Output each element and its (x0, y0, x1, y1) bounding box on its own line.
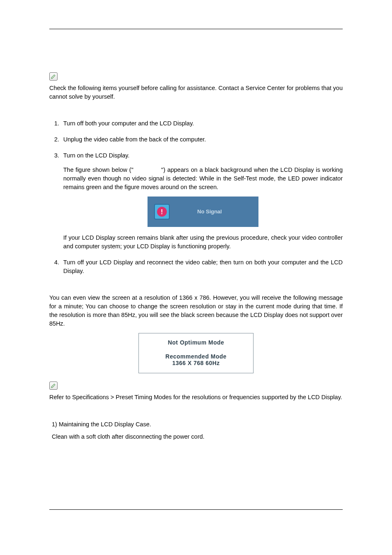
note-row-2: Note (49, 382, 343, 390)
note-row: Note (49, 72, 343, 81)
figure-no-signal: ! No Signal (148, 197, 258, 227)
page-header-right: Troubleshooting (49, 42, 343, 48)
step-2: Unplug the video cable from the back of … (61, 135, 343, 144)
alert-icon: ! (157, 207, 167, 217)
subhead-not-optimum: Not Optimum Mode (49, 283, 343, 289)
note-icon (49, 382, 58, 390)
step-1-text: Turn off both your computer and the LCD … (63, 120, 194, 127)
no-signal-icon-wrap: ! (154, 204, 170, 220)
divider-bottom (49, 509, 343, 510)
subhead-self-test-check: Self-Test Feature Check (49, 109, 343, 115)
not-optimum-line3: 1366 X 768 60Hz (143, 360, 249, 366)
step-1: Turn off both your computer and the LCD … (61, 119, 343, 128)
figure-not-optimum: Not Optimum Mode Recommended Mode 1366 X… (138, 333, 254, 373)
step-4-text: Turn off your LCD Display and reconnect … (63, 259, 343, 274)
section-title-self-test: Self-Test Feature Check (49, 60, 343, 67)
intro-paragraph: Check the following items yourself befor… (49, 84, 343, 101)
step-2-text: Unplug the video cable from the back of … (63, 136, 206, 143)
not-optimum-line2: Recommended Mode (143, 353, 249, 360)
steps-list: Turn off both your computer and the LCD … (49, 119, 343, 275)
maintenance-item-1: 1) Maintaining the LCD Display Case. (52, 421, 343, 428)
divider-top (49, 29, 343, 29)
step-3-para1-a: The figure shown below (" (63, 166, 134, 173)
step-3-para2: If your LCD Display screen remains blank… (63, 234, 343, 251)
step-3-text: Turn on the LCD Display. (63, 152, 129, 159)
note-label-2: Note (61, 382, 74, 389)
step-3-inline-no-signal: No Signal (134, 166, 161, 173)
not-optimum-note: Refer to Specifications > Preset Timing … (49, 393, 343, 402)
not-optimum-paragraph: You can even view the screen at a resolu… (49, 294, 343, 328)
section-title-maintenance: Maintenance and Cleaning (49, 410, 343, 417)
no-signal-text: No Signal (177, 208, 258, 216)
note-label: Note (61, 73, 74, 80)
step-4: Turn off your LCD Display and reconnect … (61, 258, 343, 275)
maintenance-body-1: Clean with a soft cloth after disconnect… (52, 433, 343, 440)
note-icon (49, 72, 58, 81)
step-3-para1: The figure shown below ("No Signal") app… (63, 166, 343, 192)
step-3: Turn on the LCD Display. The figure show… (61, 151, 343, 251)
not-optimum-line1: Not Optimum Mode (143, 339, 249, 346)
